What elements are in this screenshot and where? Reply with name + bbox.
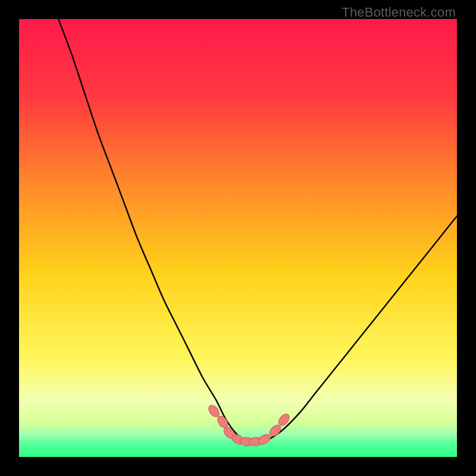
chart-frame: TheBottleneck.com xyxy=(0,0,476,476)
watermark-text: TheBottleneck.com xyxy=(342,5,456,20)
bottleneck-curve xyxy=(58,19,457,444)
plot-area xyxy=(19,19,457,457)
highlight-markers xyxy=(206,403,291,447)
curve-layer xyxy=(19,19,457,457)
